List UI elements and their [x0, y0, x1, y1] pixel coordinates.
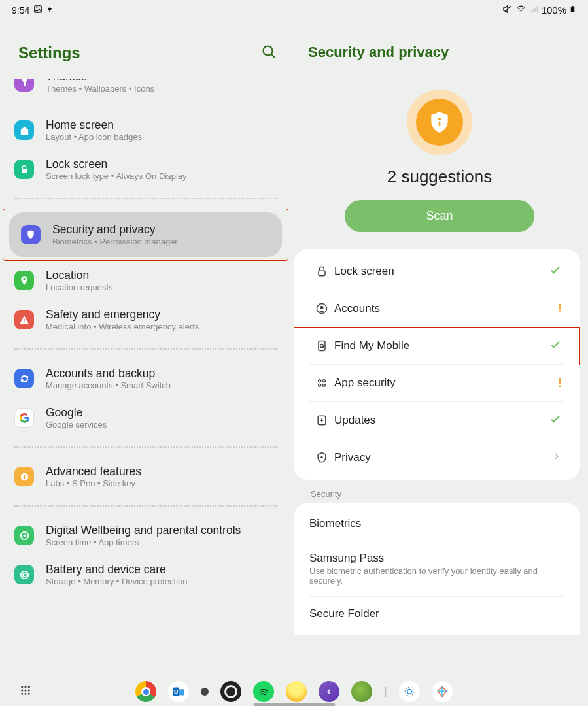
settings-item-home-screen[interactable]: Home screen Layout • App icon badges — [0, 110, 291, 150]
status-label: Accounts — [334, 302, 380, 315]
clock: 9:54 — [12, 5, 29, 16]
svg-point-35 — [25, 693, 27, 695]
item-subtitle: Manage accounts • Smart Switch — [46, 380, 171, 390]
security-row-secure-folder[interactable]: Secure Folder — [309, 597, 564, 631]
svg-point-21 — [320, 345, 324, 348]
settings-item-lock-screen[interactable]: Lock screen Screen lock type • Always On… — [0, 150, 291, 189]
item-subtitle: Medical info • Wireless emergency alerts — [46, 322, 199, 331]
svg-point-27 — [320, 456, 322, 458]
divider — [14, 446, 277, 448]
status-row-app-security[interactable]: App security ! — [309, 365, 564, 402]
svg-point-13 — [20, 571, 27, 578]
svg-point-15 — [438, 118, 441, 120]
item-subtitle: Location requests — [46, 282, 113, 292]
security-row-biometrics[interactable]: Biometrics — [309, 507, 564, 541]
status-row-find-my-mobile[interactable]: Find My Mobile — [309, 328, 564, 365]
app-purple-icon[interactable] — [319, 681, 339, 702]
settings-item-battery-and-device-care[interactable]: Battery and device care Storage • Memory… — [0, 555, 291, 594]
svg-point-22 — [319, 380, 321, 382]
item-title: Themes — [46, 79, 154, 84]
detail-pane: Security and privacy 2 suggestions Scan … — [291, 16, 588, 677]
item-subtitle: Labs • S Pen • Side key — [46, 479, 141, 488]
svg-rect-16 — [439, 121, 441, 126]
svg-point-2 — [520, 11, 521, 12]
search-button[interactable] — [261, 44, 277, 62]
settings-item-accounts-and-backup[interactable]: Accounts and backup Manage accounts • Sm… — [0, 359, 291, 398]
svg-rect-3 — [571, 7, 575, 12]
app-drawer-icon[interactable] — [20, 684, 31, 699]
svg-rect-4 — [572, 6, 574, 7]
mute-icon — [502, 4, 513, 16]
battery-icon — [569, 4, 576, 16]
svg-point-39 — [407, 690, 411, 694]
settings-item-google[interactable]: Google Google services — [0, 398, 291, 437]
privacy-shield-icon — [309, 451, 334, 464]
settings-item-safety-and-emergency[interactable]: Safety and emergency Medical info • Wire… — [0, 300, 291, 339]
app-dot-icon[interactable] — [201, 688, 209, 696]
app-yellow-icon[interactable] — [286, 681, 307, 702]
svg-point-36 — [28, 693, 30, 695]
status-bar: 9:54 100% — [0, 0, 588, 16]
app-circle-dark-icon[interactable] — [220, 681, 241, 702]
item-subtitle: Storage • Memory • Device protection — [46, 577, 187, 586]
security-card: BiometricsSamsung PassUse biometric auth… — [294, 503, 580, 635]
image-notification-icon — [33, 5, 43, 16]
row-title: Biometrics — [309, 517, 564, 530]
svg-point-31 — [21, 690, 23, 692]
settings-item-digital-wellbeing-and-parental-controls[interactable]: Digital Wellbeing and parental controls … — [0, 516, 291, 555]
item-title: Battery and device care — [46, 563, 187, 577]
status-row-updates[interactable]: Updates — [309, 402, 564, 439]
status-card: Lock screen Accounts ! Find My Mobile Ap… — [294, 249, 580, 480]
svg-point-1 — [36, 7, 37, 8]
status-label: Privacy — [334, 451, 371, 464]
gesture-bar[interactable] — [253, 703, 335, 706]
app-spotify-icon[interactable] — [253, 681, 274, 702]
row-title: Secure Folder — [309, 607, 564, 620]
app-green-blob-icon[interactable] — [351, 681, 372, 702]
app-diamond-icon[interactable] — [432, 681, 453, 702]
themes-icon — [14, 79, 34, 92]
status-label: Find My Mobile — [334, 339, 409, 352]
section-label-security: Security — [291, 480, 588, 503]
svg-text:O: O — [175, 689, 179, 695]
battery-percent: 100% — [542, 5, 566, 16]
page-title-detail: Security and privacy — [291, 16, 588, 78]
svg-point-7 — [23, 278, 25, 280]
status-row-lock-screen[interactable]: Lock screen — [309, 253, 564, 290]
item-subtitle: Biometrics • Permission manager — [52, 237, 178, 246]
dock-separator: | — [384, 686, 387, 698]
svg-rect-17 — [319, 271, 325, 276]
settings-item-security-and-privacy[interactable]: Security and privacy Biometrics • Permis… — [9, 212, 282, 257]
app-outlook-icon[interactable]: O — [168, 681, 189, 702]
row-subtitle: Use biometric authentication to verify y… — [309, 566, 564, 586]
status-row-privacy[interactable]: Privacy — [309, 439, 564, 476]
svg-point-28 — [21, 686, 23, 688]
svg-point-29 — [25, 686, 27, 688]
settings-item-advanced-features[interactable]: Advanced features Labs • S Pen • Side ke… — [0, 457, 291, 496]
svg-rect-8 — [24, 319, 24, 321]
svg-point-30 — [28, 686, 30, 688]
svg-point-33 — [28, 690, 30, 692]
app-chrome-icon[interactable] — [135, 681, 156, 702]
item-subtitle: Layout • App icon badges — [46, 132, 142, 142]
svg-point-12 — [23, 534, 26, 537]
alert-icon — [14, 310, 34, 329]
pin-icon — [14, 271, 34, 290]
settings-item-themes[interactable]: Themes Themes • Wallpapers • Icons — [0, 79, 291, 101]
app-settings-icon[interactable] — [399, 681, 420, 702]
status-label: Updates — [334, 414, 375, 427]
security-row-samsung-pass[interactable]: Samsung PassUse biometric authentication… — [309, 541, 564, 597]
google-icon — [14, 408, 34, 428]
svg-point-34 — [21, 693, 23, 695]
svg-point-9 — [24, 322, 25, 323]
update-shield-icon — [309, 414, 334, 427]
security-status-icon — [407, 90, 472, 155]
page-title-settings: Settings — [18, 44, 80, 62]
status-label: Lock screen — [334, 265, 394, 278]
warning-icon: ! — [558, 302, 562, 316]
status-row-accounts[interactable]: Accounts ! — [309, 290, 564, 328]
scan-button[interactable]: Scan — [345, 200, 535, 232]
chevron-right-icon — [551, 451, 562, 465]
item-title: Security and privacy — [52, 223, 178, 237]
settings-item-location[interactable]: Location Location requests — [0, 261, 291, 300]
